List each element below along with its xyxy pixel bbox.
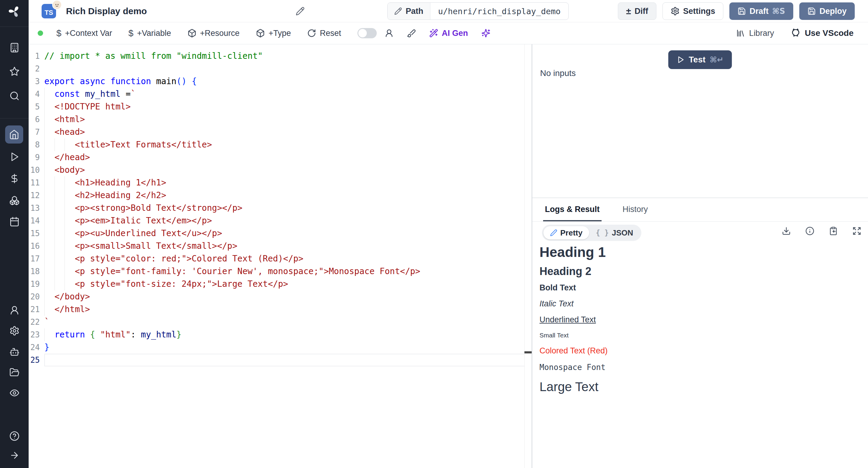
sidebar-item-help[interactable]: [0, 429, 29, 443]
pen-icon: [550, 229, 557, 236]
result-tabs: Logs & Result History: [532, 198, 868, 222]
download-icon: [782, 227, 791, 235]
gear-icon: [671, 7, 680, 16]
code-line-18[interactable]: 18 <p style="font-family: 'Courier New',…: [29, 265, 532, 278]
multiplayer-toggle[interactable]: [358, 28, 377, 38]
code-line-8[interactable]: 8 <title>Text Formats</title>: [29, 138, 532, 151]
add-resource-button[interactable]: +Resource: [187, 29, 240, 38]
code-line-25[interactable]: 25: [29, 354, 532, 367]
tab-logs-result[interactable]: Logs & Result: [543, 198, 601, 221]
info-icon: [805, 227, 814, 235]
code-line-6[interactable]: 6 <html>: [29, 113, 532, 126]
save-icon: [807, 7, 816, 16]
view-json[interactable]: { } JSON: [589, 226, 640, 239]
add-type-button[interactable]: +Type: [256, 29, 291, 38]
sidebar-item-schedules[interactable]: [0, 214, 29, 229]
brush-icon: [407, 29, 416, 38]
reset-button[interactable]: Reset: [307, 29, 341, 38]
dollar-icon: $: [56, 28, 61, 38]
sidebar-item-runs[interactable]: [0, 150, 29, 164]
code-editor[interactable]: 1// import * as wmill from "windmill-cli…: [29, 44, 532, 468]
expand-result-button[interactable]: [852, 227, 861, 235]
add-context-var-button[interactable]: $ +Context Var: [56, 28, 112, 38]
code-line-21[interactable]: 21 </html>: [29, 303, 532, 316]
copy-result-button[interactable]: [829, 227, 838, 235]
library-button[interactable]: Library: [736, 29, 774, 38]
result-underline: Underlined Text: [539, 315, 868, 324]
code-line-3[interactable]: 3export async function main() {: [29, 75, 532, 88]
line-number: 6: [29, 113, 44, 126]
code-line-15[interactable]: 15 <p><u>Underlined Text</u></p>: [29, 227, 532, 240]
draft-button[interactable]: Draft ⌘S: [730, 2, 793, 20]
path-field[interactable]: Path u/henri/rich_display_demo: [387, 2, 569, 20]
sidebar-item-folders[interactable]: [0, 365, 29, 380]
code-line-10[interactable]: 10 <body>: [29, 164, 532, 176]
code-line-4[interactable]: 4 const my_html =`: [29, 88, 532, 100]
code-line-7[interactable]: 7 <head>: [29, 126, 532, 138]
code-line-9[interactable]: 9 </head>: [29, 151, 532, 164]
code-line-5[interactable]: 5 <!DOCTYPE html>: [29, 100, 532, 113]
user-icon: [9, 305, 20, 315]
code-line-13[interactable]: 13 <p><strong>Bold Text</strong></p>: [29, 202, 532, 214]
line-number: 17: [29, 253, 44, 265]
sidebar-item-workers[interactable]: [0, 345, 29, 359]
view-toggle: Pretty { } JSON: [542, 225, 641, 241]
building-icon: [9, 42, 20, 53]
edit-title-button[interactable]: [296, 7, 305, 16]
folder-open-icon: [9, 367, 20, 378]
sidebar-item-settings[interactable]: [0, 324, 29, 338]
result-mono: Monospace Font: [539, 363, 868, 372]
code-line-2[interactable]: 2: [29, 62, 532, 75]
result-large: Large Text: [539, 380, 868, 394]
use-vscode-button[interactable]: Use VScode: [791, 28, 854, 38]
line-number: 2: [29, 62, 44, 75]
line-number: 7: [29, 126, 44, 138]
line-number: 18: [29, 265, 44, 278]
view-pretty[interactable]: Pretty: [544, 226, 589, 239]
code-line-24[interactable]: 24}: [29, 341, 532, 354]
settings-button[interactable]: Settings: [662, 2, 724, 20]
sidebar-item-resources[interactable]: [0, 193, 29, 208]
windmill-logo-icon[interactable]: [0, 4, 29, 19]
code-line-20[interactable]: 20 </body>: [29, 290, 532, 303]
help-icon: [9, 431, 20, 441]
deploy-button[interactable]: Deploy: [799, 2, 855, 20]
line-number: 15: [29, 227, 44, 240]
star-icon: [9, 66, 20, 77]
sidebar-item-workspace[interactable]: [0, 40, 29, 55]
code-line-1[interactable]: 1// import * as wmill from "windmill-cli…: [29, 50, 532, 62]
test-button[interactable]: Test ⌘↵: [668, 50, 732, 69]
code-line-17[interactable]: 17 <p style="color: red;">Colored Text (…: [29, 253, 532, 265]
result-red: Colored Text (Red): [539, 346, 868, 355]
sidebar-item-variables[interactable]: [0, 171, 29, 186]
sidebar-collapse-button[interactable]: [0, 448, 29, 463]
line-number: 10: [29, 164, 44, 176]
code-line-14[interactable]: 14 <p><em>Italic Text</em></p>: [29, 214, 532, 227]
editor-overview-ruler[interactable]: [524, 44, 532, 468]
code-line-11[interactable]: 11 <h1>Heading 1</h1>: [29, 176, 532, 189]
sidebar-item-favorites[interactable]: [0, 64, 29, 79]
sidebar-item-users[interactable]: [0, 303, 29, 318]
result-info-button[interactable]: [805, 227, 814, 235]
code-line-16[interactable]: 16 <p><small>Small Text</small></p>: [29, 240, 532, 253]
sidebar-item-audit-logs[interactable]: [0, 386, 29, 400]
format-button[interactable]: [407, 29, 416, 38]
sidebar-item-home[interactable]: [5, 125, 23, 144]
code-line-12[interactable]: 12 <h2>Heading 2</h2>: [29, 189, 532, 202]
path-value[interactable]: u/henri/rich_display_demo: [430, 3, 568, 20]
ai-suggest-button[interactable]: [481, 29, 490, 38]
expand-icon: [852, 227, 861, 235]
code-lines[interactable]: 1// import * as wmill from "windmill-cli…: [29, 50, 532, 367]
diff-button[interactable]: ± Diff: [618, 2, 656, 20]
code-line-19[interactable]: 19 <p style="font-size: 24px;">Large Tex…: [29, 278, 532, 290]
ai-gen-button[interactable]: AI Gen: [429, 29, 468, 38]
add-variable-button[interactable]: $ +Variable: [128, 28, 171, 38]
tab-history[interactable]: History: [621, 198, 650, 221]
code-line-23[interactable]: 23 return { "html": my_html}: [29, 328, 532, 341]
code-line-22[interactable]: 22`: [29, 316, 532, 328]
sidebar-item-search[interactable]: [0, 89, 29, 103]
home-icon: [9, 129, 19, 140]
line-number: 4: [29, 88, 44, 100]
download-result-button[interactable]: [782, 227, 791, 235]
package-icon: [187, 29, 196, 38]
